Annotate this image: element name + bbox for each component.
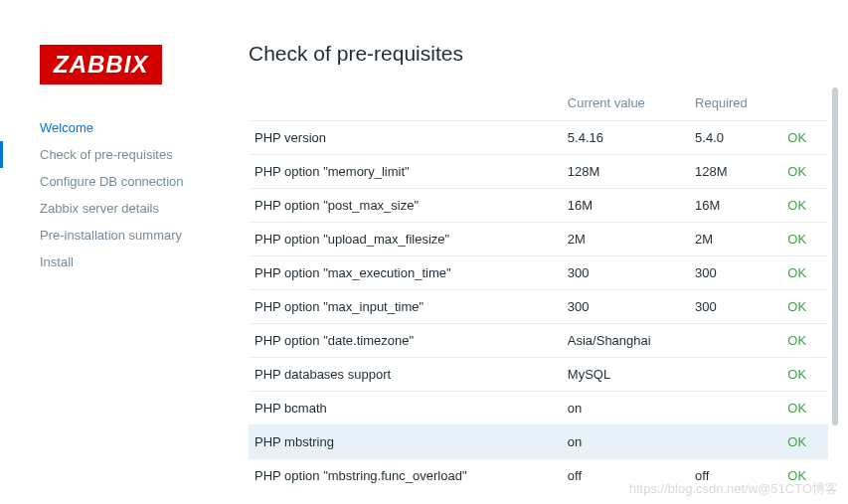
nav-item-3[interactable]: Zabbix server details bbox=[40, 195, 234, 222]
cell-required bbox=[689, 324, 781, 358]
cell-required: 5.4.0 bbox=[689, 121, 781, 155]
cell-name: PHP option "memory_limit" bbox=[249, 155, 562, 189]
table-row: PHP bcmathonOK bbox=[249, 392, 828, 425]
cell-current: 300 bbox=[562, 290, 689, 324]
cell-current: MySQL bbox=[562, 358, 689, 392]
cell-current: 128M bbox=[562, 155, 689, 189]
cell-name: PHP version bbox=[249, 121, 562, 155]
col-required: Required bbox=[689, 87, 781, 121]
requirements-table: Current value Required PHP version5.4.16… bbox=[249, 87, 828, 492]
nav-item-2[interactable]: Configure DB connection bbox=[40, 168, 234, 195]
cell-required bbox=[689, 358, 781, 392]
cell-name: PHP option "max_execution_time" bbox=[249, 256, 562, 290]
nav-item-0[interactable]: Welcome bbox=[40, 114, 234, 141]
table-row: PHP option "post_max_size"16M16MOK bbox=[249, 189, 828, 223]
cell-required: 16M bbox=[689, 189, 781, 223]
cell-required: 300 bbox=[689, 256, 781, 290]
cell-status: OK bbox=[781, 358, 828, 392]
nav-item-4[interactable]: Pre-installation summary bbox=[40, 222, 234, 249]
table-row: PHP version5.4.165.4.0OK bbox=[249, 121, 828, 155]
cell-current: 300 bbox=[562, 256, 689, 290]
cell-name: PHP option "max_input_time" bbox=[249, 290, 562, 324]
installer-container: ZABBIX WelcomeCheck of pre-requisitesCon… bbox=[0, 0, 848, 504]
sidebar: ZABBIX WelcomeCheck of pre-requisitesCon… bbox=[0, 0, 234, 504]
cell-current: 16M bbox=[562, 189, 689, 223]
cell-name: PHP databases support bbox=[249, 358, 562, 392]
nav-item-5[interactable]: Install bbox=[40, 249, 234, 275]
cell-current: on bbox=[562, 425, 689, 459]
cell-name: PHP option "post_max_size" bbox=[249, 189, 562, 223]
cell-current: 2M bbox=[562, 223, 689, 256]
col-status bbox=[781, 87, 828, 121]
cell-status: OK bbox=[781, 223, 828, 256]
main-content: Check of pre-requisites Current value Re… bbox=[234, 0, 848, 504]
cell-status: OK bbox=[781, 155, 828, 189]
page-title: Check of pre-requisites bbox=[249, 42, 828, 66]
table-header-row: Current value Required bbox=[249, 87, 828, 121]
table-row: PHP databases supportMySQLOK bbox=[249, 358, 828, 392]
cell-status: OK bbox=[781, 121, 828, 155]
cell-current: off bbox=[562, 459, 689, 493]
cell-required: 2M bbox=[689, 223, 781, 256]
table-row: PHP option "date.timezone"Asia/ShanghaiO… bbox=[249, 324, 828, 358]
cell-name: PHP option "mbstring.func_overload" bbox=[249, 459, 562, 493]
zabbix-logo: ZABBIX bbox=[40, 45, 162, 84]
cell-status: OK bbox=[781, 189, 828, 223]
cell-required: off bbox=[689, 459, 781, 493]
cell-name: PHP mbstring bbox=[249, 425, 562, 459]
col-name bbox=[249, 87, 562, 121]
cell-current: on bbox=[562, 392, 689, 425]
col-current: Current value bbox=[562, 87, 689, 121]
cell-name: PHP bcmath bbox=[249, 392, 562, 425]
cell-status: OK bbox=[781, 324, 828, 358]
table-row: PHP option "upload_max_filesize"2M2MOK bbox=[249, 223, 828, 256]
cell-status: OK bbox=[781, 256, 828, 290]
cell-name: PHP option "date.timezone" bbox=[249, 324, 562, 358]
footer-buttons: Back Next step bbox=[249, 492, 828, 504]
cell-required: 128M bbox=[689, 155, 781, 189]
cell-status: OK bbox=[781, 425, 828, 459]
table-row: PHP option "max_execution_time"300300OK bbox=[249, 256, 828, 290]
cell-status: OK bbox=[781, 392, 828, 425]
cell-current: 5.4.16 bbox=[562, 121, 689, 155]
cell-required bbox=[689, 392, 781, 425]
table-row: PHP mbstringonOK bbox=[249, 425, 828, 459]
cell-status: OK bbox=[781, 459, 828, 493]
cell-required: 300 bbox=[689, 290, 781, 324]
nav-item-1[interactable]: Check of pre-requisites bbox=[40, 141, 234, 168]
cell-required bbox=[689, 425, 781, 459]
cell-current: Asia/Shanghai bbox=[562, 324, 689, 358]
cell-status: OK bbox=[781, 290, 828, 324]
table-row: PHP option "mbstring.func_overload"offof… bbox=[249, 459, 828, 493]
table-row: PHP option "memory_limit"128M128MOK bbox=[249, 155, 828, 189]
requirements-table-wrap: Current value Required PHP version5.4.16… bbox=[249, 87, 828, 492]
table-row: PHP option "max_input_time"300300OK bbox=[249, 290, 828, 324]
nav-list: WelcomeCheck of pre-requisitesConfigure … bbox=[40, 114, 234, 275]
cell-name: PHP option "upload_max_filesize" bbox=[249, 223, 562, 256]
scrollbar[interactable] bbox=[832, 87, 838, 425]
